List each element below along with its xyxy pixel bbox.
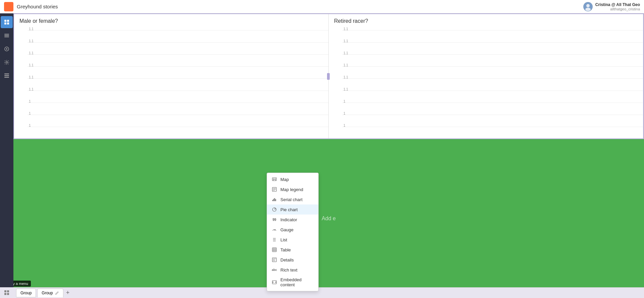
svg-rect-4 [4, 20, 6, 22]
svg-rect-22 [272, 200, 273, 201]
menu-item-map[interactable]: Map [267, 174, 318, 184]
menu-label-rich-text: Rich text [280, 267, 298, 273]
dropdown-menu: Map Map legend [267, 173, 319, 291]
sidebar-item-data[interactable] [1, 70, 13, 82]
svg-rect-6 [4, 22, 6, 24]
sidebar-item-home[interactable] [1, 16, 13, 28]
bottom-status [0, 287, 13, 298]
menu-label-map-legend: Map legend [280, 187, 303, 192]
menu-item-serial-chart[interactable]: Serial chart [267, 194, 318, 204]
main-content: Male or female? 1.1 1.1 1.1 1.1 1.1 1.1 … [13, 13, 644, 298]
svg-rect-14 [4, 73, 9, 74]
topbar-left: Greyhound stories [4, 2, 58, 11]
app-logo [4, 2, 13, 11]
details-icon [272, 257, 277, 262]
svg-line-44 [275, 282, 276, 283]
menu-item-map-legend[interactable]: Map legend [267, 184, 318, 194]
svg-rect-45 [4, 290, 6, 292]
svg-rect-16 [4, 77, 9, 78]
embedded-content-icon [272, 280, 277, 285]
topbar: Greyhound stories Cristina @ All That Ge… [0, 0, 644, 13]
menu-label-map: Map [280, 177, 289, 182]
add-tab-button[interactable]: + [65, 289, 71, 296]
menu-item-details[interactable]: Details [267, 255, 318, 265]
menu-item-list[interactable]: List [267, 235, 318, 245]
chart-title-1: Male or female? [14, 18, 328, 27]
svg-rect-31 [272, 248, 276, 252]
svg-rect-9 [4, 35, 9, 36]
tab-group-2[interactable]: Group [37, 289, 63, 297]
serial-chart-icon [272, 197, 277, 202]
pie-chart-icon [272, 207, 277, 212]
sidebar-item-tools[interactable] [1, 43, 13, 55]
menu-label-gauge: Gauge [280, 227, 293, 232]
green-section[interactable]: Add e Map [13, 139, 644, 298]
sidebar-item-layers[interactable] [1, 29, 13, 42]
user-info: Cristina @ All That Geo allthatgeo_crist… [595, 2, 640, 11]
tab-label-1: Group [20, 291, 32, 295]
menu-item-table[interactable]: Table [267, 245, 318, 255]
svg-point-13 [6, 62, 8, 63]
sidebar [0, 13, 13, 298]
svg-rect-15 [4, 75, 9, 76]
svg-rect-10 [4, 37, 9, 37]
svg-rect-24 [274, 198, 275, 201]
svg-rect-46 [7, 290, 9, 292]
menu-label-table: Table [280, 247, 291, 252]
menu-label-indicator: Indicator [280, 217, 297, 222]
sidebar-item-settings[interactable] [1, 56, 13, 68]
svg-rect-23 [273, 199, 274, 201]
add-element-text: Add e [322, 216, 336, 222]
chart-panel-1: Male or female? 1.1 1.1 1.1 1.1 1.1 1.1 … [14, 14, 329, 138]
indicator-icon: 99 [272, 217, 277, 222]
charts-area: Male or female? 1.1 1.1 1.1 1.1 1.1 1.1 … [13, 13, 644, 139]
svg-rect-25 [275, 199, 276, 201]
edit-icon[interactable] [55, 291, 59, 295]
rich-text-icon: abc [272, 267, 277, 273]
svg-rect-47 [4, 293, 6, 295]
menu-label-serial-chart: Serial chart [280, 197, 303, 202]
menu-label-list: List [280, 237, 287, 242]
svg-point-12 [6, 48, 7, 50]
menu-item-pie-chart[interactable]: Pie chart [267, 204, 318, 215]
user-handle: allthatgeo_cristina [595, 7, 640, 11]
tab-group-1[interactable]: Group [16, 289, 36, 297]
map-icon [272, 177, 277, 182]
chart-grid-1: 1.1 1.1 1.1 1.1 1.1 1.1 1 1 1 [14, 27, 328, 137]
svg-rect-7 [7, 22, 9, 24]
chart-title-2: Retired racer? [329, 18, 643, 27]
menu-label-embedded-content: Embedded content [280, 277, 314, 287]
menu-item-gauge[interactable]: Gauge [267, 225, 318, 235]
avatar [583, 2, 593, 11]
app-title: Greyhound stories [17, 4, 58, 9]
chart-grid-2: 1.1 1.1 1.1 1.1 1.1 1.1 1 1 1 [329, 27, 643, 137]
menu-label-pie-chart: Pie chart [280, 207, 298, 212]
svg-rect-8 [4, 34, 9, 35]
bottom-tab-bar: Group Group + [13, 287, 644, 298]
user-name: Cristina @ All That Geo [595, 2, 640, 7]
tab-label-2: Group [42, 291, 53, 295]
menu-item-indicator[interactable]: 99 Indicator [267, 215, 318, 225]
svg-point-2 [586, 4, 590, 7]
menu-item-rich-text[interactable]: abc Rich text [267, 265, 318, 275]
topbar-right: Cristina @ All That Geo allthatgeo_crist… [583, 2, 640, 11]
svg-point-3 [585, 8, 591, 11]
menu-item-embedded-content[interactable]: Embedded content [267, 275, 318, 290]
gauge-icon [272, 227, 277, 232]
svg-rect-48 [7, 293, 9, 295]
menu-label-details: Details [280, 257, 294, 262]
chart-panel-2: Retired racer? 1.1 1.1 1.1 1.1 1.1 1.1 1… [329, 14, 643, 138]
svg-line-42 [273, 282, 273, 283]
table-icon [272, 247, 277, 252]
map-legend-icon [272, 187, 277, 192]
list-icon [272, 237, 277, 242]
svg-rect-5 [7, 20, 9, 22]
